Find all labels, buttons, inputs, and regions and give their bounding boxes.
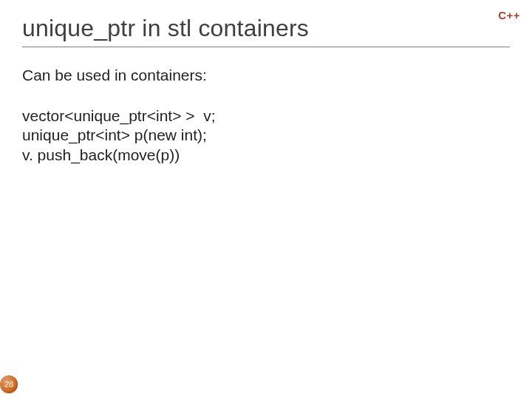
slide-subtitle: Can be used in containers: [22, 66, 510, 84]
slide-title: unique_ptr in stl containers [22, 15, 510, 42]
code-line-3: v. push_back(move(p)) [22, 146, 510, 165]
title-underline [22, 47, 510, 47]
page-number: 28 [4, 380, 13, 389]
page-number-badge: 28 [0, 375, 18, 393]
slide: C++ unique_ptr in stl containers Can be … [0, 0, 532, 399]
code-block: vector<unique_ptr<int> > v; unique_ptr<i… [22, 106, 510, 165]
cpp-logo-badge: C++ [498, 9, 520, 21]
code-line-2: unique_ptr<int> p(new int); [22, 126, 510, 145]
code-line-1: vector<unique_ptr<int> > v; [22, 106, 510, 126]
